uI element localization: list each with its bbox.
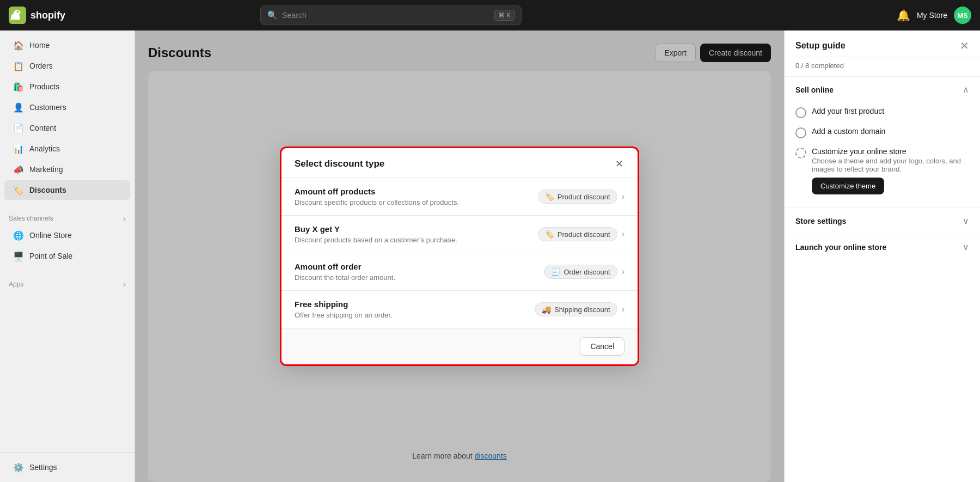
search-icon: 🔍	[267, 10, 278, 20]
main-layout: 🏠 Home 📋 Orders 🛍️ Products 👤 Customers …	[0, 30, 980, 482]
badge-icon-2: 🏷️	[545, 230, 554, 239]
discount-option-amount-off-products[interactable]: Amount off products Discount specific pr…	[281, 178, 638, 216]
sidebar-sales-channels-section: Sales channels ›	[0, 210, 134, 225]
customize-store-circle	[795, 148, 806, 158]
sidebar-bottom: ⚙️ Settings	[0, 452, 134, 478]
discount-option-right-1: 🏷️ Product discount ›	[538, 190, 624, 204]
badge-label-2: Product discount	[558, 230, 610, 239]
store-settings-title: Store settings	[795, 217, 846, 225]
launch-store-arrow: ∨	[963, 242, 969, 252]
settings-icon: ⚙️	[13, 462, 24, 473]
discount-option-left-4: Free shipping Offer free shipping on an …	[295, 300, 393, 319]
sidebar-item-products[interactable]: 🛍️ Products	[4, 77, 130, 96]
products-icon: 🛍️	[13, 81, 24, 92]
content-area: Discounts Export Create discount Learn m…	[135, 30, 784, 482]
chevron-right-4: ›	[622, 304, 624, 314]
sidebar-item-label-content: Content	[29, 124, 56, 132]
add-first-product-content: Add your first product	[812, 107, 884, 115]
sidebar-item-home[interactable]: 🏠 Home	[4, 35, 130, 55]
add-first-product-circle	[795, 107, 806, 118]
apps-label: Apps	[9, 280, 23, 288]
badge-icon-1: 🏷️	[545, 192, 554, 201]
setup-section-launch-store: Launch your online store ∨	[785, 234, 980, 260]
notifications-icon[interactable]: 🔔	[897, 9, 910, 22]
sales-channels-arrow[interactable]: ›	[123, 214, 126, 223]
setup-section-sell-online: Sell online ∧ Add your first product Add…	[785, 77, 980, 208]
setup-section-header-launch-store[interactable]: Launch your online store ∨	[785, 234, 980, 260]
sidebar-item-label-customers: Customers	[29, 103, 66, 112]
discount-badge-4: 🚚 Shipping discount	[535, 302, 617, 316]
home-icon: 🏠	[13, 40, 24, 51]
sidebar-item-orders[interactable]: 📋 Orders	[4, 56, 130, 76]
sidebar-item-label-home: Home	[29, 41, 50, 50]
setup-section-store-settings: Store settings ∨	[785, 208, 980, 234]
setup-panel-header: Setup guide ✕	[785, 30, 980, 57]
discount-badge-2: 🏷️ Product discount	[538, 227, 617, 241]
store-settings-arrow: ∨	[963, 216, 969, 226]
sidebar-item-content[interactable]: 📄 Content	[4, 118, 130, 138]
sidebar-divider-2	[9, 271, 126, 271]
sidebar: 🏠 Home 📋 Orders 🛍️ Products 👤 Customers …	[0, 30, 135, 482]
top-nav-right: 🔔 My Store MS	[897, 7, 971, 24]
logo-text: shopify	[30, 10, 65, 21]
discount-option-title-4: Free shipping	[295, 300, 393, 309]
setup-item-add-first-product: Add your first product	[795, 102, 969, 123]
sidebar-divider-1	[9, 205, 126, 205]
setup-panel: Setup guide ✕ 0 / 8 completed Sell onlin…	[784, 30, 980, 482]
discount-option-left-2: Buy X get Y Discount products based on a…	[295, 224, 457, 244]
avatar[interactable]: MS	[954, 7, 971, 24]
discount-option-amount-off-order[interactable]: Amount off order Discount the total orde…	[281, 253, 638, 291]
chevron-right-1: ›	[622, 192, 624, 202]
badge-label-3: Order discount	[564, 268, 610, 276]
modal-footer: Cancel	[281, 328, 638, 364]
sidebar-item-label-products: Products	[29, 82, 59, 91]
discount-badge-3: 🧾 Order discount	[544, 265, 617, 279]
setup-panel-close-button[interactable]: ✕	[960, 39, 969, 52]
badge-icon-3: 🧾	[551, 267, 560, 276]
content-icon: 📄	[13, 123, 24, 133]
setup-item-add-custom-domain: Add a custom domain	[795, 123, 969, 143]
top-nav: shopify 🔍 Search ⌘ K 🔔 My Store MS	[0, 0, 980, 30]
sidebar-item-marketing[interactable]: 📣 Marketing	[4, 160, 130, 179]
discount-option-desc-3: Discount the total order amount.	[295, 273, 395, 282]
modal-close-button[interactable]: ✕	[614, 158, 624, 170]
sell-online-title: Sell online	[795, 86, 834, 94]
discount-option-desc-4: Offer free shipping on an order.	[295, 311, 393, 319]
discount-option-buy-x-get-y[interactable]: Buy X get Y Discount products based on a…	[281, 216, 638, 253]
setup-item-customize-store: Customize your online store Choose a the…	[795, 143, 969, 199]
badge-icon-4: 🚚	[542, 305, 551, 314]
discount-option-right-4: 🚚 Shipping discount ›	[535, 302, 624, 316]
discount-option-title-3: Amount off order	[295, 262, 395, 271]
setup-section-header-sell-online[interactable]: Sell online ∧	[785, 77, 980, 102]
modal-overlay: Select discount type ✕ Amount off produc…	[135, 30, 784, 482]
launch-store-title: Launch your online store	[795, 243, 886, 252]
customize-store-desc: Choose a theme and add your logo, colors…	[812, 157, 969, 173]
customize-store-title: Customize your online store	[812, 147, 969, 156]
discount-option-desc-2: Discount products based on a customer's …	[295, 236, 457, 244]
customize-theme-button[interactable]: Customize theme	[812, 178, 884, 194]
apps-arrow[interactable]: ›	[123, 280, 126, 289]
discount-badge-1: 🏷️ Product discount	[538, 190, 617, 204]
customers-icon: 👤	[13, 102, 24, 113]
marketing-icon: 📣	[13, 164, 24, 175]
add-first-product-title: Add your first product	[812, 107, 884, 115]
sidebar-item-settings[interactable]: ⚙️ Settings	[4, 457, 130, 477]
sidebar-item-point-of-sale[interactable]: 🖥️ Point of Sale	[4, 246, 130, 266]
sidebar-item-analytics[interactable]: 📊 Analytics	[4, 139, 130, 158]
logo[interactable]: shopify	[9, 7, 65, 24]
search-bar[interactable]: 🔍 Search ⌘ K	[260, 5, 522, 25]
sidebar-item-customers[interactable]: 👤 Customers	[4, 97, 130, 117]
sidebar-item-online-store[interactable]: 🌐 Online Store	[4, 225, 130, 245]
cancel-button[interactable]: Cancel	[580, 337, 624, 356]
discount-option-free-shipping[interactable]: Free shipping Offer free shipping on an …	[281, 291, 638, 328]
setup-panel-title: Setup guide	[795, 41, 846, 51]
sell-online-arrow: ∧	[963, 84, 969, 95]
setup-section-header-store-settings[interactable]: Store settings ∨	[785, 208, 980, 234]
sidebar-item-label-orders: Orders	[29, 62, 53, 70]
modal-header: Select discount type ✕	[281, 148, 638, 178]
sidebar-item-label-marketing: Marketing	[29, 165, 63, 174]
sidebar-item-label-point-of-sale: Point of Sale	[29, 252, 72, 260]
sidebar-item-label-online-store: Online Store	[29, 231, 72, 240]
sidebar-item-discounts[interactable]: 🏷️ Discounts	[4, 180, 130, 200]
sidebar-item-label-discounts: Discounts	[29, 186, 66, 194]
